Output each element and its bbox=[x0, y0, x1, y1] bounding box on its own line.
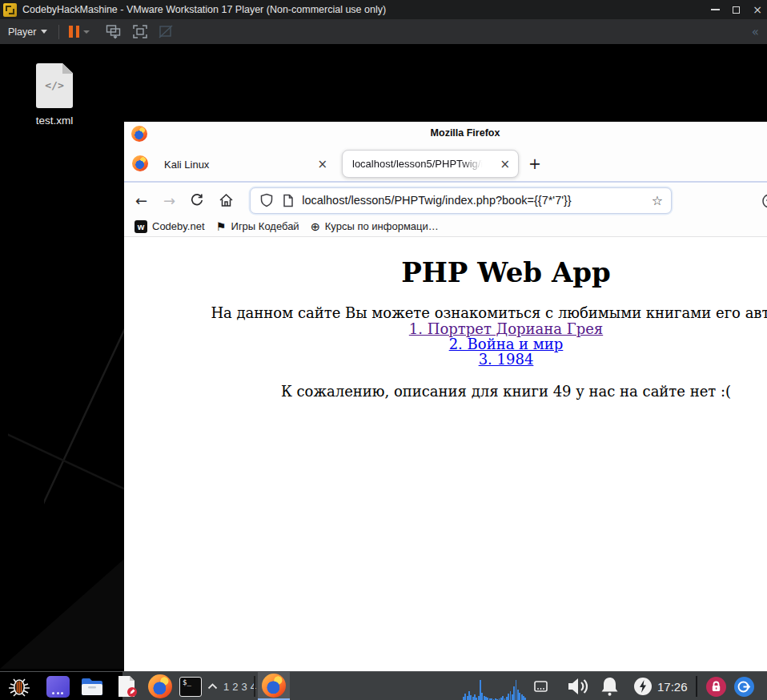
web-page-content: PHP Web App На данном сайте Вы можете оз… bbox=[124, 238, 767, 671]
player-menu-label: Player bbox=[8, 26, 36, 38]
close-button[interactable]: × bbox=[753, 4, 762, 15]
vm-player-window: CodebyHackMashine - VMware Workstation 1… bbox=[0, 0, 767, 700]
firefox-taskbar-button-active[interactable] bbox=[258, 672, 290, 700]
tab-kali-linux[interactable]: Kali Linux × bbox=[155, 151, 337, 178]
pocket-icon[interactable] bbox=[761, 193, 767, 209]
bookmark-games[interactable]: ⚑ Игры Кодебай bbox=[216, 220, 299, 233]
workspace-3[interactable]: 3 bbox=[241, 681, 247, 693]
firefox-icon bbox=[131, 126, 147, 142]
toolbar-divider bbox=[58, 25, 59, 39]
applications-menu-button[interactable] bbox=[0, 672, 38, 700]
vmware-toolbar: Player « bbox=[0, 19, 767, 44]
url-bar[interactable]: localhost/lesson5/PHPTwig/index.php?book… bbox=[250, 187, 672, 214]
fullscreen-button[interactable] bbox=[132, 24, 148, 39]
bookmark-label: Codeby.net bbox=[152, 220, 205, 232]
edit-document-icon bbox=[117, 675, 138, 698]
system-graph[interactable] bbox=[463, 672, 526, 700]
suspend-dropdown-icon[interactable] bbox=[83, 30, 90, 34]
terminal-icon: $_ bbox=[179, 677, 202, 697]
app-window-icon bbox=[46, 676, 70, 698]
vmware-window-title: CodebyHackMashine - VMware Workstation 1… bbox=[22, 4, 386, 15]
desktop-file-testxml[interactable]: </> test.xml bbox=[14, 63, 94, 127]
page-info-icon[interactable] bbox=[283, 194, 294, 207]
lock-screen-button[interactable] bbox=[704, 672, 728, 700]
workspace-2[interactable]: 2 bbox=[232, 681, 238, 693]
back-button[interactable]: ← bbox=[135, 192, 147, 209]
notifications-tray-icon[interactable] bbox=[596, 672, 622, 700]
player-menu-button[interactable]: Player bbox=[8, 26, 47, 38]
send-to-monitor-button[interactable] bbox=[106, 24, 122, 39]
bookmark-label: Игры Кодебай bbox=[231, 220, 299, 232]
bookmarks-toolbar: w Codeby.net ⚑ Игры Кодебай ⊕ Курсы по и… bbox=[124, 216, 767, 237]
firefox-launcher[interactable] bbox=[146, 672, 175, 700]
logout-arrow-icon bbox=[734, 677, 754, 697]
forward-button-disabled: → bbox=[163, 192, 175, 209]
home-button[interactable] bbox=[219, 193, 234, 207]
network-tray-icon[interactable] bbox=[532, 672, 549, 700]
tray-divider bbox=[696, 672, 697, 700]
new-tab-button[interactable]: + bbox=[524, 154, 545, 175]
chevron-up-icon bbox=[207, 683, 218, 690]
kali-taskbar: $_ 1 2 3 4 17:26 bbox=[0, 671, 767, 700]
kali-desktop: </> test.xml Mozilla Firefox Kali Linux … bbox=[0, 44, 767, 671]
firefox-window-title: Mozilla Firefox bbox=[431, 127, 500, 139]
volume-tray-icon[interactable] bbox=[564, 672, 592, 700]
firefox-icon bbox=[148, 674, 172, 698]
minimize-button[interactable] bbox=[711, 9, 720, 10]
page-title: PHP Web App bbox=[124, 256, 767, 288]
tab-localhost-active[interactable]: localhost/lesson5/PHPTwig/i × bbox=[342, 150, 519, 178]
maximize-button[interactable] bbox=[733, 6, 740, 14]
suspend-vm-button[interactable] bbox=[69, 26, 79, 38]
folder-icon bbox=[80, 677, 104, 697]
bookmark-label: Курсы по информаци… bbox=[325, 220, 439, 232]
tab-close-icon[interactable]: × bbox=[500, 157, 510, 171]
power-manager-tray-icon[interactable] bbox=[632, 672, 654, 700]
logout-session-button[interactable] bbox=[732, 672, 756, 700]
terminal-launcher[interactable]: $_ bbox=[177, 672, 204, 700]
not-found-message: К сожалению, описания для книги 49 у нас… bbox=[124, 383, 767, 400]
flag-icon: ⚑ bbox=[216, 220, 227, 233]
kali-dragon-icon bbox=[6, 674, 33, 698]
unity-mode-button-disabled bbox=[158, 24, 174, 39]
globe-icon: ⊕ bbox=[311, 220, 320, 233]
firefox-window: Mozilla Firefox Kali Linux × localhost/l… bbox=[124, 122, 767, 671]
tab-label: Kali Linux bbox=[164, 159, 209, 171]
collapse-toolbar-button[interactable]: « bbox=[752, 25, 759, 39]
lock-icon bbox=[706, 677, 726, 697]
reload-button[interactable] bbox=[190, 193, 204, 207]
vmware-titlebar: CodebyHackMashine - VMware Workstation 1… bbox=[0, 0, 767, 19]
tracking-shield-icon[interactable] bbox=[260, 193, 273, 207]
bookmark-star-icon[interactable]: ☆ bbox=[652, 193, 663, 208]
show-more-launchers-button[interactable] bbox=[205, 672, 219, 700]
codeby-favicon: w bbox=[135, 220, 147, 233]
workspace-1[interactable]: 1 bbox=[223, 681, 229, 693]
xml-file-icon: </> bbox=[36, 63, 73, 108]
desktop-file-label: test.xml bbox=[14, 115, 94, 127]
bookmark-codeby[interactable]: w Codeby.net bbox=[135, 220, 205, 233]
page-intro-text: На данном сайте Вы можете ознакомиться с… bbox=[124, 304, 767, 321]
file-manager-launcher[interactable] bbox=[77, 672, 107, 700]
book-link-3[interactable]: 3. 1984 bbox=[124, 352, 767, 367]
url-text[interactable]: localhost/lesson5/PHPTwig/index.php?book… bbox=[302, 194, 571, 207]
tab-close-icon[interactable]: × bbox=[317, 157, 327, 171]
tab-label: localhost/lesson5/PHPTwig/i bbox=[352, 158, 485, 170]
panel-divider bbox=[254, 672, 255, 700]
chevron-down-icon bbox=[41, 30, 47, 34]
bookmark-courses[interactable]: ⊕ Курсы по информаци… bbox=[311, 220, 439, 233]
tab-strip: Kali Linux × localhost/lesson5/PHPTwig/i… bbox=[124, 146, 767, 183]
firefox-icon bbox=[132, 155, 148, 171]
book-link-1[interactable]: 1. Портрет Дориана Грея bbox=[124, 321, 767, 336]
navigation-toolbar: ← → localhost/lesson5/PHPTwig/index.php?… bbox=[124, 184, 767, 216]
firefox-icon bbox=[262, 674, 286, 698]
text-editor-launcher[interactable] bbox=[112, 672, 143, 700]
vmware-logo-icon bbox=[3, 3, 17, 17]
book-link-2[interactable]: 2. Война и мир bbox=[124, 336, 767, 352]
clock[interactable]: 17:26 bbox=[657, 672, 688, 700]
app-launcher-purple[interactable] bbox=[44, 672, 71, 700]
workspace-switcher[interactable]: 1 2 3 4 bbox=[223, 672, 256, 700]
firefox-titlebar[interactable]: Mozilla Firefox bbox=[124, 122, 767, 146]
